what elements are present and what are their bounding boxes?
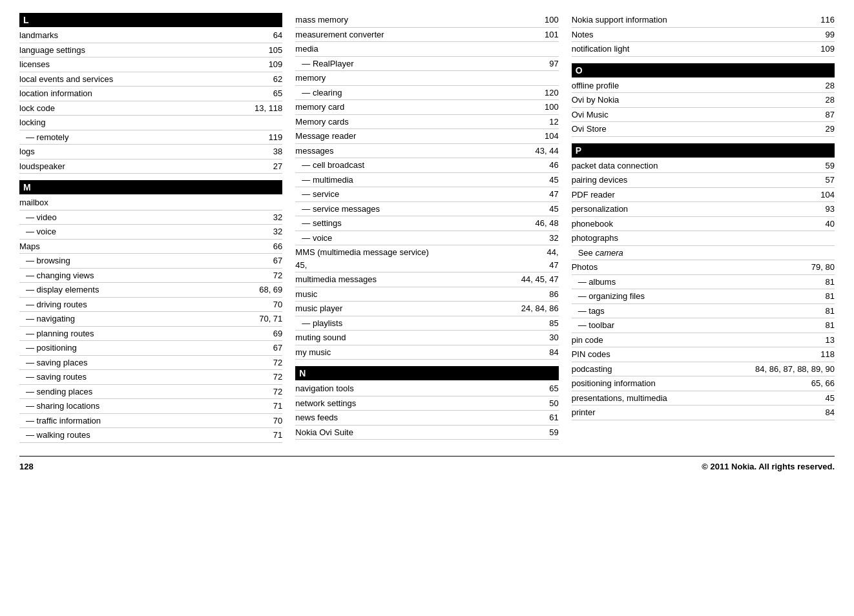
index-entry: locking: [19, 116, 282, 130]
entry-label: — display elements: [19, 283, 256, 296]
entry-label: loudspeaker: [19, 160, 271, 173]
entry-label: presentations, multimedia: [572, 392, 823, 405]
entry-label: — browsing: [19, 254, 271, 267]
entry-page: 81: [826, 305, 835, 318]
section-header-p: P: [572, 143, 835, 158]
entry-label: — settings: [295, 217, 532, 230]
entry-label: printer: [572, 406, 823, 419]
index-entry: — sharing locations71: [19, 399, 282, 414]
index-entry: landmarks64: [19, 28, 282, 43]
entry-page: 71: [273, 429, 282, 442]
entry-label: photographs: [572, 232, 835, 245]
entry-page: 70: [273, 415, 282, 427]
entry-page: 67: [273, 254, 282, 267]
index-entry: Ovi Store29: [572, 122, 835, 137]
entry-page: 84, 86, 87, 88, 89, 90: [755, 363, 835, 376]
entry-page: 116: [820, 14, 835, 26]
index-entry: location information65: [19, 87, 282, 101]
index-entry: — toolbar81: [572, 318, 835, 333]
index-entry: — saving routes72: [19, 370, 282, 385]
entry-page: 70: [273, 298, 282, 311]
entry-label: — organizing files: [572, 290, 823, 303]
entry-page: 24, 84, 86: [521, 302, 559, 315]
index-entry: PIN codes118: [572, 347, 835, 362]
entry-label: music: [295, 288, 547, 301]
index-entry: notification light109: [572, 42, 835, 57]
entry-label: muting sound: [295, 331, 547, 344]
entry-page: 64: [273, 29, 282, 42]
entry-page: 69: [273, 327, 282, 340]
index-entry: logs38: [19, 145, 282, 159]
index-entry: Maps66: [19, 240, 282, 254]
entry-label: Ovi Store: [572, 123, 823, 136]
entry-page: 44, 45, 47: [521, 273, 559, 286]
column-1: mass memory100measurement converter101me…: [295, 13, 571, 443]
index-entry: music player24, 84, 86: [295, 302, 558, 316]
entry-page: 46: [549, 159, 558, 172]
index-entry: — traffic information70: [19, 414, 282, 429]
index-entry: memory: [295, 71, 558, 86]
entry-page: 32: [549, 232, 558, 245]
index-entry: lock code13, 118: [19, 101, 282, 116]
entry-page: 65: [273, 87, 282, 100]
entry-label: Nokia support information: [572, 14, 818, 26]
index-entry: messages43, 44: [295, 144, 558, 159]
entry-label: — playlists: [295, 317, 547, 330]
index-entry: local events and services62: [19, 72, 282, 87]
index-entry: — video32: [19, 210, 282, 225]
entry-page: 104: [545, 130, 559, 143]
entry-label: — service: [295, 188, 547, 201]
index-entry: presentations, multimedia45: [572, 391, 835, 406]
entry-label: — planning routes: [19, 327, 271, 340]
entry-label: my music: [295, 346, 547, 359]
index-entry: personalization93: [572, 202, 835, 217]
index-entry: licenses109: [19, 57, 282, 72]
entry-page: 32: [273, 211, 282, 224]
index-entry: photographs: [572, 231, 835, 246]
entry-page: 100: [545, 14, 559, 26]
column-0: Llandmarks64language settings105licenses…: [19, 13, 295, 443]
entry-label: — cell broadcast: [295, 159, 547, 172]
entry-label: memory card: [295, 101, 542, 114]
entry-label: Photos: [572, 261, 809, 274]
entry-page: 50: [549, 397, 558, 410]
index-entry: multimedia messages44, 45, 47: [295, 272, 558, 287]
entry-label: MMS (multimedia message service): [295, 246, 544, 259]
entry-label: — changing views: [19, 269, 271, 282]
entry-label: — positioning: [19, 342, 271, 354]
index-entry: pin code13: [572, 333, 835, 348]
index-entry: — RealPlayer97: [295, 57, 558, 72]
index-entry: — changing views72: [19, 269, 282, 283]
entry-label: Nokia Ovi Suite: [295, 426, 547, 439]
index-entry: — voice32: [19, 225, 282, 240]
entry-label: notification light: [572, 43, 818, 56]
entry-page: 84: [826, 406, 835, 419]
section-header-m: M: [19, 180, 282, 194]
index-entry: language settings105: [19, 43, 282, 58]
entry-label: landmarks: [19, 29, 271, 42]
entry-page: 62: [273, 73, 282, 86]
entry-page: 84: [549, 346, 558, 359]
index-entry: mass memory100: [295, 13, 558, 28]
entry-label: — toolbar: [572, 319, 823, 332]
entry-label-cont: 45,: [295, 259, 547, 272]
entry-page: 72: [273, 385, 282, 398]
entry-label: lock code: [19, 102, 252, 115]
entry-label: — service messages: [295, 203, 547, 216]
index-entry: network settings50: [295, 396, 558, 411]
entry-label: — albums: [572, 276, 823, 289]
entry-page: 66: [273, 240, 282, 253]
entry-label: podcasting: [572, 363, 753, 376]
entry-page: 119: [269, 131, 283, 144]
entry-label: pin code: [572, 334, 823, 347]
entry-label: language settings: [19, 44, 266, 57]
entry-label: — voice: [295, 232, 547, 245]
page-footer: 128 © 2011 Nokia. All rights reserved.: [19, 456, 835, 471]
entry-label: — video: [19, 211, 271, 224]
entry-page: 70, 71: [259, 313, 282, 325]
index-entry: See camera: [572, 246, 835, 261]
entry-page: 12: [549, 116, 558, 128]
entry-label: multimedia messages: [295, 273, 519, 286]
index-entry: navigation tools65: [295, 382, 558, 396]
entry-label: — saving places: [19, 356, 271, 369]
